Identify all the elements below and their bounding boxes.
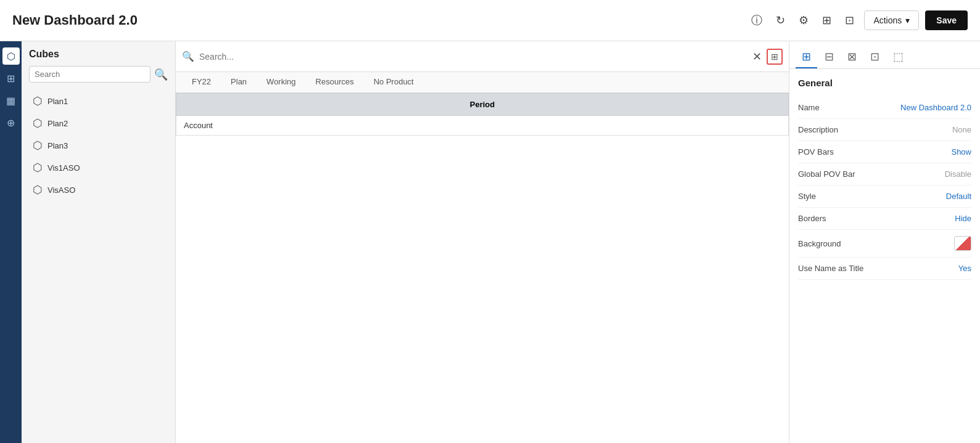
sidebar-item-label: Plan2: [47, 119, 68, 128]
actions-label: Actions: [873, 15, 902, 25]
prop-row-name: NameNew Dashboard 2.0: [798, 97, 971, 119]
tab-plan[interactable]: Plan: [221, 72, 257, 92]
cube-icon: ⬡: [33, 183, 43, 197]
prop-value[interactable]: Show: [951, 147, 971, 156]
account-cell: Account: [176, 116, 789, 136]
table-row: Account: [176, 116, 789, 136]
prop-label: Name: [798, 103, 820, 112]
layout-tab-alt2[interactable]: ⊡: [864, 46, 886, 68]
sidebar-search-wrap: 🔍: [29, 66, 168, 83]
sidebar-items: ⬡ Plan1⬡ Plan2⬡ Plan3⬡ Vis1ASO⬡ VisASO: [29, 90, 168, 201]
sidebar-header: Cubes: [29, 49, 168, 60]
cube-icon: ⬡: [33, 161, 43, 174]
prop-label: Borders: [798, 214, 826, 223]
search-icon: 🔍: [182, 51, 194, 62]
rail-icon-chart[interactable]: ▦: [2, 92, 20, 109]
sidebar-item-plan2[interactable]: ⬡ Plan2: [29, 112, 168, 134]
prop-label: POV Bars: [798, 147, 834, 156]
cube-icon: ⬡: [33, 94, 43, 108]
sidebar-item-label: Vis1ASO: [47, 163, 80, 173]
sidebar-item-label: Plan1: [47, 97, 68, 106]
cube-icon: ⬡: [33, 139, 43, 152]
info-icon-btn[interactable]: ⓘ: [747, 9, 766, 31]
sidebar-item-plan1[interactable]: ⬡ Plan1: [29, 90, 168, 112]
prop-row-pov-bars: POV BarsShow: [798, 141, 971, 163]
prop-label: Description: [798, 125, 838, 134]
prop-label: Use Name as Title: [798, 264, 863, 273]
properties-rows: NameNew Dashboard 2.0DescriptionNonePOV …: [798, 97, 971, 280]
prop-value: Disable: [945, 169, 971, 179]
search-overlay-grid-button[interactable]: ⊞: [767, 49, 783, 65]
sidebar-item-plan3[interactable]: ⬡ Plan3: [29, 134, 168, 156]
sidebar-search-button[interactable]: 🔍: [154, 68, 168, 81]
prop-value[interactable]: Yes: [958, 264, 971, 273]
prop-row-global-pov-bar: Global POV BarDisable: [798, 163, 971, 185]
tab-resources[interactable]: Resources: [306, 72, 364, 92]
prop-value[interactable]: [954, 236, 971, 251]
grid-content: Period Account: [176, 93, 789, 443]
content-area: 🔍 ✕ ⊞ FY22PlanWorkingResourcesNo Product…: [176, 41, 789, 443]
prop-value: None: [952, 125, 971, 134]
page-title: New Dashboard 2.0: [12, 12, 138, 28]
main-layout: ⬡ ⊞ ▦ ⊕ Cubes 🔍 ⬡ Plan1⬡ Plan2⬡ Plan3⬡ V…: [0, 41, 980, 443]
add-icon-btn[interactable]: ⊞: [818, 10, 835, 31]
layout-tab-alt1[interactable]: ⊠: [841, 46, 863, 68]
actions-button[interactable]: Actions ▾: [864, 10, 919, 30]
cube-icon: ⬡: [33, 116, 43, 130]
search-overlay-input[interactable]: [199, 52, 747, 62]
properties-panel: General NameNew Dashboard 2.0Description…: [789, 69, 980, 443]
prop-value[interactable]: Default: [946, 192, 971, 201]
right-panel: ⊞ ⊟ ⊠ ⊡ ⬚ General NameNew Dashboard 2.0D…: [789, 41, 980, 443]
sidebar-search-input[interactable]: [29, 66, 150, 83]
topbar-actions: ⓘ ↻ ⚙ ⊞ ⊡ Actions ▾ Save: [747, 9, 968, 31]
chevron-down-icon: ▾: [905, 15, 910, 25]
topbar: New Dashboard 2.0 ⓘ ↻ ⚙ ⊞ ⊡ Actions ▾ Sa…: [0, 0, 980, 41]
prop-value[interactable]: New Dashboard 2.0: [900, 103, 971, 112]
rail-icon-cube[interactable]: ⬡: [2, 47, 20, 65]
prop-label: Style: [798, 192, 816, 201]
search-overlay-close-button[interactable]: ✕: [752, 50, 762, 63]
rail-icon-globe[interactable]: ⊕: [2, 114, 20, 131]
sidebar-item-label: VisASO: [47, 185, 75, 195]
rail-icon-grid[interactable]: ⊞: [2, 70, 20, 87]
tab-working[interactable]: Working: [257, 72, 305, 92]
sidebar: Cubes 🔍 ⬡ Plan1⬡ Plan2⬡ Plan3⬡ Vis1ASO⬡ …: [22, 41, 176, 443]
tab-bar: FY22PlanWorkingResourcesNo Product: [176, 72, 789, 93]
tab-no-product[interactable]: No Product: [364, 72, 424, 92]
layout-tabs: ⊞ ⊟ ⊠ ⊡ ⬚: [789, 41, 980, 69]
sidebar-item-label: Plan3: [47, 141, 68, 150]
layout-tab-alt3[interactable]: ⬚: [887, 46, 910, 68]
icon-rail: ⬡ ⊞ ▦ ⊕: [0, 41, 22, 443]
search-overlay: 🔍 ✕ ⊞: [176, 41, 789, 72]
save-button[interactable]: Save: [925, 10, 968, 30]
prop-row-background: Background: [798, 230, 971, 258]
prop-label: Background: [798, 239, 841, 248]
period-header: Period: [176, 94, 789, 116]
prop-row-style: StyleDefault: [798, 185, 971, 208]
settings-icon-btn[interactable]: ⚙: [795, 10, 812, 31]
sidebar-item-vis1aso[interactable]: ⬡ Vis1ASO: [29, 156, 168, 179]
prop-value[interactable]: Hide: [955, 214, 971, 223]
grid-table: Period Account: [176, 93, 789, 136]
prop-row-description: DescriptionNone: [798, 119, 971, 141]
properties-section-title: General: [798, 78, 971, 88]
tab-fy22[interactable]: FY22: [182, 72, 221, 92]
refresh-icon-btn[interactable]: ↻: [772, 10, 789, 31]
prop-row-use-name-as-title: Use Name as TitleYes: [798, 258, 971, 280]
expand-icon-btn[interactable]: ⊡: [841, 10, 858, 31]
sidebar-item-visaso[interactable]: ⬡ VisASO: [29, 179, 168, 201]
prop-row-borders: BordersHide: [798, 208, 971, 230]
layout-tab-table[interactable]: ⊟: [818, 46, 840, 68]
layout-tab-grid[interactable]: ⊞: [796, 46, 817, 68]
prop-label: Global POV Bar: [798, 169, 855, 179]
